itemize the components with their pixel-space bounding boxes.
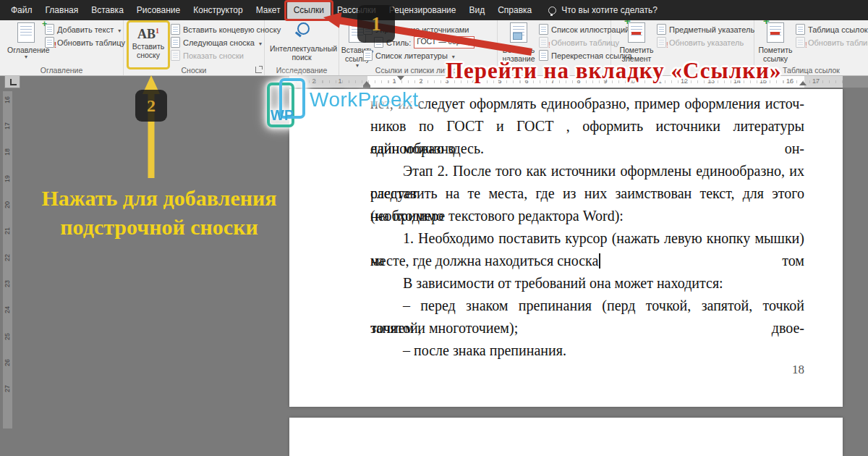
update-index-button: Обновить указатель xyxy=(657,36,744,48)
document-page-2[interactable] xyxy=(289,418,843,456)
tab-references-label: Ссылки xyxy=(294,5,324,15)
yellow-annotation-note: Нажать для добавления подстрочной сноски xyxy=(18,184,300,242)
tab-design[interactable]: Конструктор xyxy=(187,0,249,20)
tab-file[interactable]: Файл xyxy=(4,0,39,20)
group-table-of-contents: Оглавление ▾ Добавить текст Обновить таб… xyxy=(0,20,124,75)
chevron-down-icon xyxy=(258,38,262,47)
update-toc-button[interactable]: Обновить таблицу xyxy=(45,36,125,48)
ribbon-tab-bar: Файл Главная Вставка Рисование Конструкт… xyxy=(0,0,868,20)
group-footnotes: AB1 Вставить сноску Вставить концевую сн… xyxy=(124,20,265,75)
tell-me-label: Что вы хотите сделать? xyxy=(561,5,658,15)
yellow-note-line-1: Нажать для добавления xyxy=(18,184,300,213)
show-notes-icon xyxy=(171,50,180,61)
footnote-ab-icon: AB1 xyxy=(129,23,167,42)
chevron-down-icon: ▾ xyxy=(7,54,45,59)
text-cursor xyxy=(599,253,600,269)
update-table-icon xyxy=(539,37,548,48)
insert-footnote-button[interactable]: AB1 Вставить сноску xyxy=(129,22,167,65)
horizontal-ruler-tail xyxy=(843,76,868,88)
left-indent-marker[interactable] xyxy=(363,81,370,85)
text-line: нет, их следует оформлять единообразно, … xyxy=(370,93,804,115)
group-research: Интеллектуальный поиск Исследование xyxy=(265,20,339,75)
step-1-badge: 1 xyxy=(357,5,395,43)
logo-wordmark: WorkProekt xyxy=(310,88,419,111)
toc-button[interactable]: Оглавление ▾ xyxy=(7,22,45,65)
ruler-number: 1 xyxy=(334,77,346,85)
table-of-authorities-icon xyxy=(796,24,805,35)
logo-monogram: WP xyxy=(271,107,294,123)
tab-references[interactable]: Ссылки xyxy=(287,2,331,19)
update-figures-table-button: Обновить таблицу xyxy=(539,36,619,48)
text-line: 1. Необходимо поставить курсор (нажать л… xyxy=(370,227,804,250)
tab-stop-selector[interactable] xyxy=(4,75,20,88)
bibliography-icon xyxy=(363,50,373,61)
page-number: 18 xyxy=(370,363,804,377)
next-footnote-icon xyxy=(171,37,180,48)
add-text-icon xyxy=(45,24,54,35)
ruler-number: 16 xyxy=(784,77,796,85)
smart-lookup-icon xyxy=(293,22,310,41)
mark-entry-icon: + xyxy=(628,22,645,43)
workproekt-logo: WP WorkProekt xyxy=(266,77,308,133)
update-authorities-table-button: Обновить таблицу xyxy=(796,36,868,48)
citation-style-combobox[interactable]: ГОСТ — сортир xyxy=(414,36,475,48)
workproekt-logo-icon: WP xyxy=(266,77,308,130)
tell-me-box[interactable]: Что вы хотите сделать? xyxy=(548,5,658,15)
yellow-note-line-2: подстрочной сноски xyxy=(18,213,300,242)
table-of-figures-icon xyxy=(539,24,548,35)
update-table-icon xyxy=(45,37,54,48)
toc-icon xyxy=(17,22,35,43)
tab-view[interactable]: Вид xyxy=(462,0,491,20)
text-line: Этап 2. После того как источники оформле… xyxy=(370,160,804,182)
mark-citation-icon: + xyxy=(767,22,784,43)
ruler-number: 2 xyxy=(308,77,320,85)
tab-insert[interactable]: Вставка xyxy=(85,0,130,20)
bibliography-button[interactable]: Список литературы xyxy=(363,49,455,62)
text-line: – перед знаком препинания (перд точкой, … xyxy=(370,295,804,317)
document-page-1[interactable]: нет, их следует оформлять единообразно, … xyxy=(289,89,843,407)
text-line: ников по ГОСТ и ГОСТ , оформить источник… xyxy=(370,115,804,138)
ruler-number: 17 xyxy=(810,77,822,85)
text-line: (на примере текстового редактора Word): xyxy=(370,205,804,227)
next-footnote-button[interactable]: Следующая сноска xyxy=(171,36,262,48)
text-line: В зависимости от требований она может на… xyxy=(370,272,804,295)
insert-index-button[interactable]: Предметный указатель xyxy=(657,23,754,35)
dialog-launcher-icon[interactable] xyxy=(255,67,262,73)
endnote-icon xyxy=(171,24,180,35)
red-annotation-note: Перейти на вкладку «Ссылки» xyxy=(446,58,781,84)
document-text: нет, их следует оформлять единообразно, … xyxy=(370,93,804,362)
insert-caption-icon xyxy=(510,22,527,43)
update-index-icon xyxy=(657,37,666,48)
step-2-badge: 2 xyxy=(135,90,167,122)
chevron-down-icon xyxy=(116,25,121,34)
smart-lookup-button[interactable]: Интеллектуальный поиск xyxy=(270,22,333,65)
text-line: – после знака препинания. xyxy=(370,339,804,362)
first-line-indent-marker[interactable] xyxy=(397,76,404,80)
tab-layout[interactable]: Макет xyxy=(250,0,287,20)
vertical-ruler[interactable]: 16 17 18 19 20 21 22 23 24 25 26 27 xyxy=(3,91,12,428)
tab-home[interactable]: Главная xyxy=(39,0,85,20)
add-text-button[interactable]: Добавить текст xyxy=(45,23,121,35)
insert-table-of-authorities-button[interactable]: Таблица ссылок xyxy=(796,23,868,35)
right-indent-marker[interactable] xyxy=(799,81,807,85)
tab-help[interactable]: Справка xyxy=(491,0,538,20)
word-window: Файл Главная Вставка Рисование Конструкт… xyxy=(0,0,868,456)
lightbulb-icon xyxy=(548,7,556,14)
tab-draw[interactable]: Рисование xyxy=(130,0,187,20)
text-line: расставить на те места, где из них заимс… xyxy=(370,182,804,205)
show-notes-button: Показать сноски xyxy=(171,49,244,62)
ruler-number: 2 xyxy=(415,77,427,85)
update-table-icon xyxy=(796,37,805,48)
index-icon xyxy=(657,24,666,35)
